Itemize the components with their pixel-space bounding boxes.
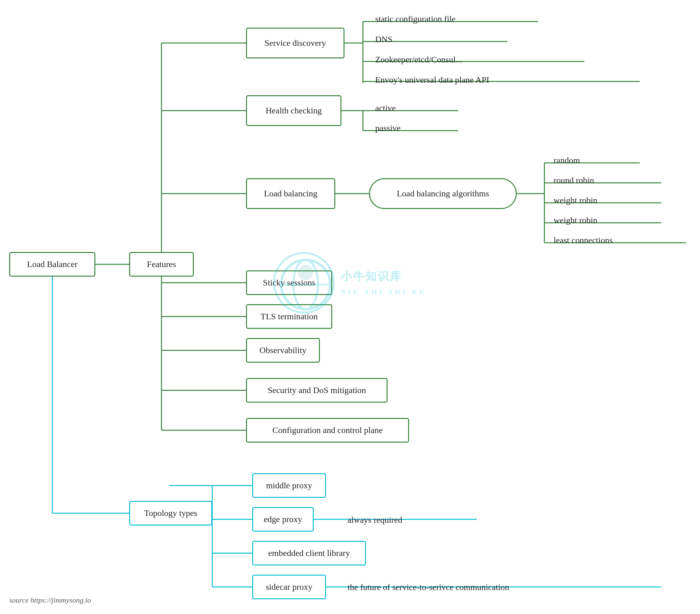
diagram-container: Load Balancer Features Topology types Se… (0, 0, 700, 614)
health-checking-label: Health checking (266, 106, 322, 116)
sidecar-proxy-label: sidecar proxy (266, 582, 312, 592)
topology-types-label: Topology types (144, 508, 197, 518)
active-text: active (375, 103, 396, 113)
middle-proxy-label: middle proxy (266, 481, 312, 490)
zookeeper-text: Zookeeper/etcd/Consul... (375, 55, 462, 65)
static-config-text: static configuration file (375, 14, 455, 24)
weight-robin2-text: weight robin (554, 215, 597, 225)
source-label: source https://jimmysong.io (9, 596, 91, 604)
future-service-text: the future of service-to-serivce communi… (348, 583, 509, 592)
features-node: Features (129, 252, 194, 277)
edge-proxy-node: edge proxy (252, 507, 314, 532)
edge-proxy-label: edge proxy (264, 514, 302, 524)
sticky-sessions-label: Sticky sessions (263, 278, 315, 287)
always-required-text: always required (348, 515, 402, 525)
sticky-sessions-node: Sticky sessions (246, 270, 332, 295)
load-balancer-node: Load Balancer (9, 252, 95, 277)
security-dos-label: Security and DoS mitigation (267, 385, 366, 395)
lb-algorithms-label: Load balancing algorithms (397, 189, 489, 199)
lb-algorithms-node: Load balancing algorithms (369, 178, 517, 209)
random-text: random (554, 155, 580, 165)
features-label: Features (147, 259, 176, 269)
least-connections-text: least connections (554, 235, 613, 245)
observability-label: Observability (260, 345, 306, 355)
security-dos-node: Security and DoS mitigation (246, 378, 388, 402)
middle-proxy-node: middle proxy (252, 473, 326, 498)
round-robin-text: round robin (554, 176, 594, 185)
service-discovery-node: Service discovery (246, 28, 345, 59)
observability-node: Observability (246, 338, 320, 363)
embedded-client-label: embedded client library (268, 548, 350, 558)
config-control-node: Configuration and control plane (246, 418, 409, 443)
load-balancer-label: Load Balancer (27, 259, 77, 269)
tls-termination-label: TLS termination (261, 311, 318, 321)
dns-text: DNS (375, 35, 392, 44)
envoy-api-text: Envoy's universal data plane API (375, 75, 489, 85)
load-balancing-node: Load balancing (246, 178, 335, 209)
topology-types-node: Topology types (129, 501, 212, 525)
embedded-client-node: embedded client library (252, 541, 366, 565)
load-balancing-label: Load balancing (264, 189, 317, 199)
service-discovery-label: Service discovery (264, 38, 326, 48)
weight-robin-text: weight robin (554, 195, 597, 205)
passive-text: passive (375, 123, 400, 133)
sidecar-proxy-node: sidecar proxy (252, 575, 326, 599)
tls-termination-node: TLS termination (246, 304, 332, 329)
health-checking-node: Health checking (246, 95, 341, 126)
config-control-label: Configuration and control plane (273, 425, 383, 435)
